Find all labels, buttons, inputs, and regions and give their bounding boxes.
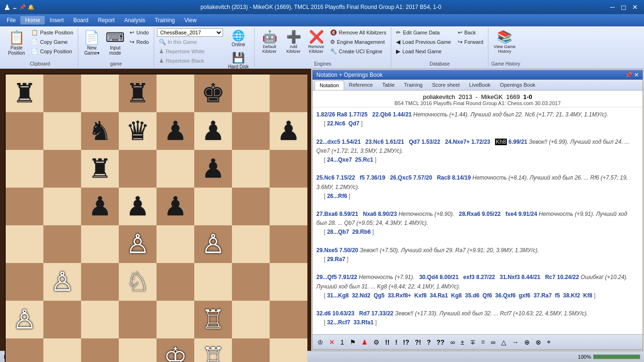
square-b2[interactable] xyxy=(43,301,81,338)
menu-home[interactable]: Home xyxy=(20,16,45,25)
paste-position-small[interactable]: 📋 Paste Position xyxy=(29,28,75,37)
square-a5[interactable] xyxy=(6,188,43,225)
square-b4[interactable] xyxy=(43,225,81,263)
square-d6[interactable] xyxy=(119,150,157,188)
menu-view[interactable]: View xyxy=(180,16,201,25)
remove-all-kibitzers-button[interactable]: 🔇 Remove All Kibitzers xyxy=(328,28,388,37)
chess-board[interactable]: ♜♜♚♞♛♟♟♟♜♟♟♟♟♙♙♙♘♙♖♔♖ xyxy=(5,74,306,362)
square-e7[interactable]: ♟ xyxy=(157,112,194,150)
load-previous-game-button[interactable]: ◀ Load Previous Game xyxy=(394,38,453,46)
square-h7[interactable]: ♟ xyxy=(270,112,307,150)
square-a4[interactable] xyxy=(6,225,43,263)
square-a1[interactable] xyxy=(6,338,43,362)
annotation-excl-q[interactable]: !? xyxy=(401,337,411,347)
square-d2[interactable] xyxy=(119,301,157,338)
annotation-misc[interactable]: ⌖ xyxy=(545,337,553,347)
square-a6[interactable] xyxy=(6,150,43,188)
square-c4[interactable] xyxy=(81,225,119,263)
square-h2[interactable] xyxy=(270,301,307,338)
square-e8[interactable] xyxy=(157,74,194,112)
square-a8[interactable]: ♜ xyxy=(6,74,43,112)
tab-reference[interactable]: Reference xyxy=(344,81,378,90)
annotation-btn-2[interactable]: 1 xyxy=(339,337,346,347)
square-b8[interactable] xyxy=(43,74,81,112)
annotation-eq[interactable]: = xyxy=(479,337,487,347)
hard-disk-button[interactable]: 💾 Hard Disk xyxy=(226,50,251,71)
square-f5[interactable] xyxy=(194,188,232,225)
minimize-button[interactable]: ─ xyxy=(607,2,618,12)
rep-black-button[interactable]: ♟ Repertoire Black xyxy=(157,57,223,65)
square-f7[interactable]: ♟ xyxy=(194,112,232,150)
load-next-game-button[interactable]: ▶ Load Next Game xyxy=(394,47,453,56)
square-h6[interactable] xyxy=(270,150,307,188)
annotation-q-excl[interactable]: ?! xyxy=(413,337,423,347)
square-h5[interactable] xyxy=(270,188,307,225)
back-button[interactable]: ↩ Back xyxy=(456,28,485,37)
square-d1[interactable] xyxy=(119,338,157,362)
panel-close-icon[interactable]: ✕ xyxy=(634,72,639,78)
add-kibitzer-button[interactable]: ➕ Add Kibitzer xyxy=(283,28,305,55)
square-f2[interactable]: ♖ xyxy=(194,301,232,338)
square-g5[interactable] xyxy=(232,188,270,225)
annotation-dbl-q[interactable]: ?? xyxy=(435,337,446,347)
annotation-btn-1[interactable]: ✕ xyxy=(327,337,337,347)
square-e5[interactable]: ♟ xyxy=(157,188,194,225)
input-mode-button[interactable]: ⌨ Input mode xyxy=(103,28,127,57)
square-a3[interactable] xyxy=(6,263,43,301)
square-d8[interactable]: ♜ xyxy=(119,74,157,112)
square-g2[interactable] xyxy=(232,301,270,338)
view-game-history-button[interactable]: 📚 View Game History xyxy=(491,28,518,55)
menu-report[interactable]: Report xyxy=(93,16,119,25)
new-game-button[interactable]: 📄 New Game▾ xyxy=(81,28,102,57)
square-f8[interactable]: ♚ xyxy=(194,74,232,112)
copy-position-button[interactable]: 📄 Copy Position xyxy=(29,47,75,56)
tab-score-sheet[interactable]: Score sheet xyxy=(427,81,464,90)
database-select[interactable]: ChessBase_2017 xyxy=(157,28,223,37)
restore-button[interactable]: ◻ xyxy=(619,2,629,12)
annotation-q[interactable]: ? xyxy=(425,337,433,347)
square-d5[interactable]: ♟ xyxy=(119,188,157,225)
square-g3[interactable] xyxy=(232,263,270,301)
in-this-game-button[interactable]: 🔍 In this Game xyxy=(157,38,223,46)
create-uci-engine-button[interactable]: 🔧 Create UCI Engine xyxy=(328,47,388,56)
square-c2[interactable] xyxy=(81,301,119,338)
panel-pin-icon[interactable]: 📌 xyxy=(625,72,632,78)
square-b5[interactable] xyxy=(43,188,81,225)
square-c8[interactable] xyxy=(81,74,119,112)
remove-kibitzer-button[interactable]: ❌ Remove Kibitzer xyxy=(305,28,327,55)
default-kibitzer-button[interactable]: 🤖 Default Kibitzer xyxy=(257,28,282,55)
rep-white-button[interactable]: ♟ Repertoire White xyxy=(157,47,223,56)
square-e6[interactable] xyxy=(157,150,194,188)
menu-file[interactable]: File xyxy=(2,16,20,25)
square-e1[interactable]: ♔ xyxy=(157,338,194,362)
engine-management-button[interactable]: ⚙ Engine Management xyxy=(328,38,388,46)
edit-game-data-button[interactable]: ✏ Edit Game Data xyxy=(394,28,453,37)
tab-table[interactable]: Table xyxy=(378,81,399,90)
annotation-excl[interactable]: ! xyxy=(393,337,399,347)
square-c5[interactable]: ♟ xyxy=(81,188,119,225)
square-f6[interactable]: ♟ xyxy=(194,150,232,188)
redo-button[interactable]: ↪ Redo xyxy=(128,38,150,46)
annotation-dbl-excl[interactable]: !! xyxy=(383,337,391,347)
online-button[interactable]: 🌐 Online xyxy=(229,28,248,49)
square-h1[interactable] xyxy=(270,338,307,362)
annotation-btn-5[interactable]: ⚙ xyxy=(372,337,381,347)
square-g8[interactable] xyxy=(232,74,270,112)
tab-training[interactable]: Training xyxy=(399,81,427,90)
menu-training[interactable]: Training xyxy=(150,16,180,25)
square-f3[interactable] xyxy=(194,263,232,301)
annotation-rightarrow[interactable]: → xyxy=(510,337,520,347)
square-g6[interactable] xyxy=(232,150,270,188)
square-c6[interactable]: ♜ xyxy=(81,150,119,188)
square-f1[interactable]: ♖ xyxy=(194,338,232,362)
square-c7[interactable]: ♞ xyxy=(81,112,119,150)
square-e4[interactable] xyxy=(157,225,194,263)
menu-board[interactable]: Board xyxy=(68,16,93,25)
square-h8[interactable] xyxy=(270,74,307,112)
square-b6[interactable] xyxy=(43,150,81,188)
annotation-minus-plus[interactable]: ∓ xyxy=(468,337,478,347)
square-h3[interactable] xyxy=(270,263,307,301)
square-f4[interactable]: ♙ xyxy=(194,225,232,263)
annotation-plus-minus[interactable]: ± xyxy=(459,337,466,347)
forward-button[interactable]: ↪ Forward xyxy=(456,38,485,46)
